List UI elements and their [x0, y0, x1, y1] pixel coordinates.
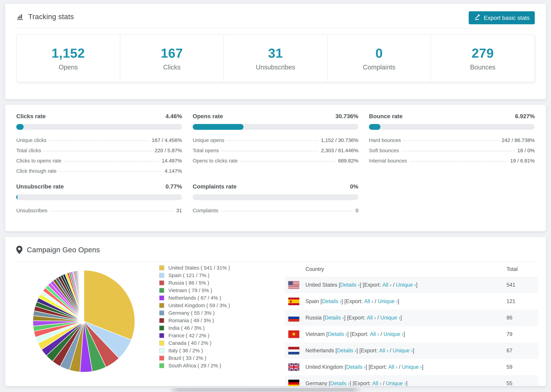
opens-value: 1,152	[51, 46, 85, 61]
export-unique-link[interactable]: Unique ›	[393, 348, 413, 354]
clicks-value: 167	[161, 46, 183, 61]
export-unique-link[interactable]: Unique ›	[380, 315, 400, 321]
germany-flag-icon	[288, 380, 299, 386]
table-row-russia: Russia [Details ›] [Export: All › / Uniq…	[285, 309, 538, 326]
complaints-rate-title: Complaints rate	[193, 183, 237, 190]
export-all-link[interactable]: All ›	[372, 380, 381, 386]
table-header: Country Total	[285, 262, 538, 277]
bar-chart-icon	[16, 13, 24, 21]
opens-label: Opens	[59, 64, 78, 71]
bounces-value: 279	[472, 46, 494, 61]
legend-item-france[interactable]: France ( 42 / 2% )	[159, 332, 257, 339]
legend-item-germany[interactable]: Germany ( 55 / 3% )	[159, 309, 257, 317]
legend-swatch	[159, 356, 164, 361]
legend-item-united-states[interactable]: United States ( 541 / 31% )	[159, 264, 257, 272]
geo-opens-pie-chart[interactable]	[31, 268, 137, 375]
us-flag-icon	[288, 281, 299, 289]
legend-item-italy[interactable]: Italy ( 36 / 2% )	[159, 347, 257, 354]
export-all-link[interactable]: All ›	[382, 282, 391, 288]
legend-item-canada[interactable]: Canada ( 40 / 2% )	[159, 339, 257, 347]
export-icon	[474, 14, 481, 22]
bounce-rate-value: 6.927%	[515, 113, 535, 119]
legend-item-netherlands[interactable]: Netherlands ( 67 / 4% )	[159, 294, 257, 302]
export-all-link[interactable]: All ›	[364, 298, 373, 304]
clicks-rate-block: Clicks rate 4.46% Unique clicks167 / 4.4…	[16, 113, 182, 174]
export-unique-link[interactable]: Unique ›	[396, 282, 416, 288]
pie-legend: United States ( 541 / 31% ) Spain ( 121 …	[159, 264, 257, 369]
details-link[interactable]: Details ›	[337, 348, 356, 354]
stat-bounces: 279 Bounces	[431, 35, 534, 82]
stat-complaints: 0 Complaints	[327, 35, 431, 82]
complaints-row: Complaints0	[193, 208, 359, 213]
total-value: 86	[507, 315, 538, 321]
details-link[interactable]: Details ›	[325, 315, 344, 321]
legend-item-south-africa[interactable]: South Africa ( 29 / 2% )	[159, 362, 257, 369]
total-value: 59	[507, 364, 538, 370]
legend-swatch	[159, 273, 164, 278]
horizontal-scrollbar-thumb[interactable]	[169, 388, 362, 392]
stat-clicks: 167 Clicks	[120, 35, 224, 82]
hard-bounces-row: Hard bounces242 / 86.738%	[369, 137, 535, 143]
complaints-rate-value: 0%	[350, 183, 358, 190]
clicks-rate-progressbar	[16, 124, 182, 130]
netherlands-flag-icon	[288, 347, 299, 354]
legend-item-united-kingdom[interactable]: United Kingdom ( 59 / 3% )	[159, 302, 257, 309]
unsubscribe-rate-progressbar	[16, 194, 182, 200]
total-value: 541	[507, 282, 538, 288]
export-unique-link[interactable]: Unique ›	[378, 298, 398, 304]
details-link[interactable]: Details ›	[346, 364, 366, 370]
complaints-value: 0	[375, 46, 383, 61]
legend-item-brazil[interactable]: Brazil ( 33 / 2% )	[159, 354, 257, 362]
details-link[interactable]: Details ›	[322, 298, 342, 304]
map-marker-icon	[16, 246, 22, 254]
legend-item-romania[interactable]: Romania ( 49 / 3% )	[159, 317, 257, 324]
bounce-rate-block: Bounce rate 6.927% Hard bounces242 / 86.…	[369, 113, 535, 174]
clicks-rate-title: Clicks rate	[16, 113, 46, 119]
export-all-link[interactable]: All ›	[367, 315, 376, 321]
total-value: 55	[507, 380, 538, 386]
table-row-netherlands: Netherlands [Details ›] [Export: All › /…	[285, 343, 538, 359]
bounce-rate-title: Bounce rate	[369, 113, 403, 119]
unsubscribes-value: 31	[268, 46, 283, 61]
unsubscribe-rate-title: Unsubscribe rate	[16, 183, 64, 190]
russia-flag-icon	[288, 314, 299, 322]
country-column-header: Country	[285, 266, 507, 272]
legend-item-india[interactable]: India ( 46 / 3% )	[159, 324, 257, 332]
details-link[interactable]: Details ›	[330, 380, 350, 386]
export-unique-link[interactable]: Unique ›	[383, 331, 403, 337]
click-through-rate-row: Click through rate4.147%	[16, 168, 182, 174]
complaints-label: Complaints	[363, 64, 396, 71]
tracking-stats-card: Tracking stats Export basic stats 1,152 …	[5, 4, 546, 99]
total-value: 67	[507, 348, 538, 354]
legend-swatch	[159, 303, 164, 308]
export-all-link[interactable]: All ›	[388, 364, 397, 370]
campaign-geo-opens-card: Campaign Geo Opens United States ( 541 /…	[5, 237, 546, 386]
table-row-united-states: United States [Details ›] [Export: All ›…	[285, 277, 538, 293]
internal-bounces-row: Internal bounces19 / 6.81%	[369, 158, 535, 164]
stat-opens: 1,152 Opens	[17, 35, 120, 82]
table-row-germany: Germany [Details ›] [Export: All › / Uni…	[285, 375, 538, 386]
legend-item-vietnam[interactable]: Vietnam ( 79 / 5% )	[159, 287, 257, 294]
legend-swatch	[159, 295, 164, 301]
total-column-header: Total	[507, 266, 538, 272]
export-button-label: Export basic stats	[484, 14, 530, 21]
spain-flag-icon	[288, 298, 299, 305]
export-unique-link[interactable]: Unique ›	[386, 380, 406, 386]
export-all-link[interactable]: All ›	[379, 348, 388, 354]
geo-header: Campaign Geo Opens	[5, 237, 546, 261]
table-row-spain: Spain [Details ›] [Export: All › / Uniqu…	[285, 293, 538, 309]
export-unique-link[interactable]: Unique ›	[402, 364, 422, 370]
geo-title: Campaign Geo Opens	[27, 246, 100, 254]
soft-bounces-row: Soft bounces18 / 0%	[369, 147, 535, 154]
tracking-stats-header: Tracking stats	[5, 4, 546, 28]
legend-swatch	[159, 325, 164, 331]
legend-swatch	[159, 288, 164, 293]
legend-item-russia[interactable]: Russia ( 86 / 5% )	[159, 279, 257, 287]
complaints-rate-block: Complaints rate 0% Complaints0	[193, 183, 359, 213]
export-basic-stats-button[interactable]: Export basic stats	[469, 11, 535, 24]
export-all-link[interactable]: All ›	[370, 331, 379, 337]
clicks-to-opens-rate-row: Clicks to opens rate14.497%	[16, 158, 182, 164]
details-link[interactable]: Details ›	[328, 331, 347, 337]
details-link[interactable]: Details ›	[340, 282, 360, 288]
legend-item-spain[interactable]: Spain ( 121 / 7% )	[159, 272, 257, 279]
